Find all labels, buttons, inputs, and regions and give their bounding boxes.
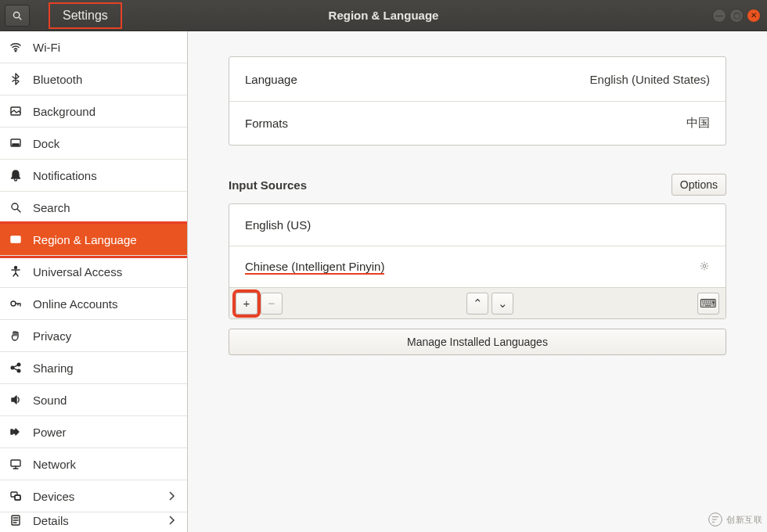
move-down-button[interactable]: ⌄ — [492, 293, 513, 315]
globe-icon — [9, 233, 22, 246]
app-title: Settings — [63, 9, 108, 23]
remove-input-source-button[interactable]: − — [261, 293, 283, 315]
region-language-content: Language English (United States) Formats… — [188, 31, 767, 532]
search-icon — [9, 201, 22, 214]
svg-point-11 — [11, 301, 16, 306]
svg-rect-17 — [11, 430, 13, 434]
page-title: Region & Language — [329, 9, 439, 22]
input-sources-header: Input Sources Options — [229, 174, 726, 196]
maximize-icon: ▢ — [733, 11, 740, 20]
sidebar-item-search[interactable]: Search — [0, 192, 187, 224]
formats-value: 中国 — [686, 116, 710, 131]
chevron-right-icon — [165, 490, 178, 502]
plus-icon: + — [243, 297, 250, 310]
add-input-source-button[interactable]: + — [236, 293, 257, 315]
svg-rect-5 — [13, 144, 19, 146]
sidebar-item-notifications[interactable]: Notifications — [0, 160, 187, 192]
maximize-button[interactable]: ▢ — [729, 9, 744, 23]
sidebar-item-dock[interactable]: Dock — [0, 128, 187, 160]
titlebar: Settings Region & Language — ▢ ✕ — [0, 0, 767, 31]
svg-rect-18 — [11, 460, 20, 466]
chevron-down-icon: ⌄ — [498, 297, 508, 311]
sidebar-item-label: Background — [33, 105, 95, 118]
move-up-button[interactable]: ⌃ — [466, 293, 488, 315]
sidebar-item-devices[interactable]: Devices — [0, 480, 187, 512]
devices-icon — [9, 490, 22, 502]
svg-point-10 — [15, 267, 17, 269]
minimize-button[interactable]: — — [712, 9, 726, 23]
input-sources-title: Input Sources — [229, 178, 307, 192]
app-title-highlight: Settings — [49, 2, 122, 29]
sidebar-item-label: Sharing — [33, 361, 74, 375]
svg-line-16 — [14, 368, 18, 370]
sidebar-item-network[interactable]: Network — [0, 448, 187, 480]
sidebar-item-label: Online Accounts — [33, 297, 117, 311]
formats-label: Formats — [245, 117, 288, 130]
svg-point-2 — [15, 50, 16, 52]
power-icon — [9, 426, 22, 438]
chevron-up-icon: ⌃ — [473, 297, 483, 311]
share-icon — [9, 361, 22, 374]
svg-line-7 — [17, 209, 20, 212]
svg-point-0 — [13, 12, 19, 17]
sound-icon — [9, 394, 22, 406]
svg-rect-22 — [15, 495, 20, 500]
sidebar-item-sharing[interactable]: Sharing — [0, 352, 187, 384]
sidebar-item-label: Region & Language — [33, 233, 137, 246]
input-sources-options-button[interactable]: Options — [672, 174, 726, 196]
manage-installed-languages-button[interactable]: Manage Installed Languages — [229, 329, 726, 355]
input-source-settings-icon[interactable] — [699, 261, 710, 274]
language-formats-panel: Language English (United States) Formats… — [229, 56, 726, 146]
sidebar-item-sound[interactable]: Sound — [0, 384, 187, 416]
network-icon — [9, 458, 22, 470]
watermark: 创新互联 — [708, 512, 762, 527]
background-icon — [9, 105, 22, 117]
close-button[interactable]: ✕ — [747, 9, 761, 23]
sidebar-item-label: Notifications — [33, 169, 97, 182]
sidebar-item-label: Details — [33, 514, 69, 527]
svg-point-28 — [703, 264, 706, 268]
keyboard-layout-button[interactable]: ⌨ — [697, 293, 719, 315]
sidebar-item-details[interactable]: Details — [0, 512, 187, 528]
language-row[interactable]: Language English (United States) — [229, 57, 726, 101]
watermark-logo-icon — [708, 512, 723, 527]
language-value: English (United States) — [590, 73, 710, 86]
sidebar-item-online-accounts[interactable]: Online Accounts — [0, 288, 187, 320]
search-icon — [12, 10, 23, 21]
sidebar-item-label: Wi-Fi — [33, 41, 60, 54]
watermark-text: 创新互联 — [726, 514, 762, 526]
sidebar-item-label: Power — [33, 426, 67, 439]
details-icon — [9, 514, 22, 527]
formats-row[interactable]: Formats 中国 — [229, 101, 726, 145]
wifi-icon — [9, 41, 22, 53]
input-source-name: English (US) — [245, 218, 311, 232]
bell-icon — [9, 169, 22, 182]
input-source-row[interactable]: Chinese (Intelligent Pinyin) — [229, 246, 726, 287]
svg-line-15 — [14, 365, 18, 367]
hand-icon — [9, 329, 22, 342]
sidebar-item-label: Universal Access — [33, 265, 122, 279]
sidebar-item-power[interactable]: Power — [0, 416, 187, 448]
keyboard-icon: ⌨ — [700, 297, 717, 311]
svg-point-9 — [13, 239, 14, 240]
dock-icon — [9, 137, 22, 149]
minimize-icon: — — [715, 11, 723, 20]
minus-icon: − — [268, 297, 275, 310]
access-icon — [9, 265, 22, 278]
chevron-right-icon — [165, 514, 178, 527]
settings-sidebar: Wi-FiBluetoothBackgroundDockNotification… — [0, 31, 188, 532]
input-source-row[interactable]: English (US) — [229, 204, 726, 246]
sidebar-item-bluetooth[interactable]: Bluetooth — [0, 63, 187, 95]
sidebar-item-label: Devices — [33, 490, 74, 503]
sidebar-item-privacy[interactable]: Privacy — [0, 320, 187, 352]
sidebar-item-region-language[interactable]: Region & Language — [0, 224, 187, 256]
bluetooth-icon — [9, 73, 22, 85]
language-label: Language — [245, 73, 297, 86]
sidebar-item-label: Privacy — [33, 329, 71, 343]
sidebar-item-background[interactable]: Background — [0, 95, 187, 128]
input-sources-toolbar: + − ⌃ ⌄ ⌨ — [229, 287, 726, 318]
sidebar-item-wi-fi[interactable]: Wi-Fi — [0, 31, 187, 63]
svg-line-1 — [19, 17, 21, 20]
titlebar-search-button[interactable] — [5, 5, 30, 27]
sidebar-item-universal-access[interactable]: Universal Access — [0, 256, 187, 288]
